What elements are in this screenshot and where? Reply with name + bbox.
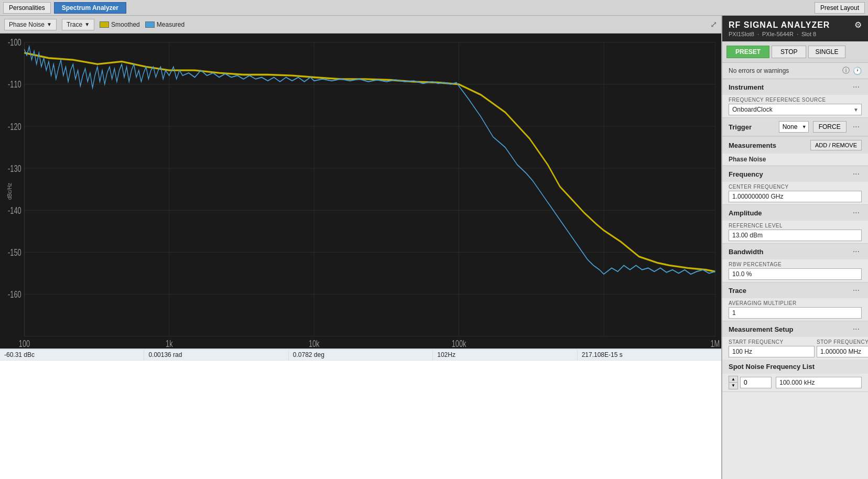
ref-level-input[interactable] (729, 230, 862, 241)
legend-smoothed: Smoothed (100, 21, 140, 28)
result-cell: 217.108E-15 s (578, 350, 721, 360)
svg-text:-120: -120 (8, 121, 21, 132)
phase-noise-arrow-icon: ▼ (47, 21, 52, 27)
clock-icon[interactable]: 🕐 (853, 67, 862, 75)
meas-setup-menu-icon[interactable]: ··· (851, 324, 862, 334)
chart-area: dBc/Hz -100 -110 -120 -130 (0, 34, 721, 349)
resize-icon[interactable]: ⤢ (710, 19, 717, 29)
amplitude-menu-icon[interactable]: ··· (851, 208, 862, 217)
svg-text:1k: 1k (166, 338, 173, 349)
stop-freq-label: STOP FREQUENCY (817, 339, 868, 345)
measurements-header: Measurements ADD / REMOVE (722, 137, 868, 154)
measurements-section: Measurements ADD / REMOVE Phase Noise (722, 137, 868, 166)
trigger-select[interactable]: None PFI0 PFI1 (779, 121, 809, 133)
start-freq-input[interactable] (729, 346, 815, 357)
start-stop-freq-field: START FREQUENCY STOP FREQUENCY (722, 337, 868, 360)
spot-noise-down-button[interactable]: ▼ (729, 383, 737, 389)
instrument-menu-icon[interactable]: ··· (851, 82, 862, 92)
main-layout: Phase Noise ▼ Trace ▼ Smoothed Measured … (0, 16, 868, 479)
trace-arrow-icon: ▼ (84, 21, 90, 27)
stop-freq-group: STOP FREQUENCY (817, 339, 868, 357)
separator-2: · (797, 31, 798, 37)
device-info: PXI1Slot8 · PXIe-5644R · Slot 8 (729, 31, 862, 37)
spot-noise-up-button[interactable]: ▲ (729, 376, 737, 383)
trace-dropdown[interactable]: Trace ▼ (62, 19, 94, 30)
stop-freq-input[interactable] (817, 346, 868, 357)
svg-text:10k: 10k (309, 338, 320, 349)
separator-1: · (757, 31, 759, 37)
amplitude-section: Amplitude ··· REFERENCE LEVEL (722, 205, 868, 244)
svg-text:-160: -160 (8, 289, 21, 300)
rp-status: No errors or warnings ⓘ 🕐 (722, 63, 868, 79)
right-panel: RF SIGNAL ANALYZER ⚙ PXI1Slot8 · PXIe-56… (721, 16, 868, 479)
instrument-title: Instrument (729, 83, 851, 91)
meas-setup-section: Measurement Setup ··· START FREQUENCY ST… (722, 321, 868, 392)
freq-ref-input[interactable] (729, 104, 862, 115)
force-button[interactable]: FORCE (813, 121, 847, 133)
smoothed-color-swatch (100, 21, 109, 28)
trigger-menu-icon[interactable]: ··· (851, 122, 862, 132)
start-freq-label: START FREQUENCY (729, 339, 815, 345)
personalities-button[interactable]: Personalities (3, 2, 51, 14)
frequency-section: Frequency ··· CENTER FREQUENCY (722, 166, 868, 205)
bandwidth-header[interactable]: Bandwidth ··· (722, 244, 868, 259)
spot-noise-spinner-buttons: ▲ ▼ (729, 376, 738, 389)
trigger-select-wrap: None PFI0 PFI1 (779, 121, 809, 133)
svg-text:100k: 100k (452, 338, 466, 349)
spectrum-analyzer-button[interactable]: Spectrum Analyzer (54, 2, 126, 14)
phase-noise-dropdown[interactable]: Phase Noise ▼ (4, 19, 57, 30)
freq-ref-label: FREQUENCY REFERENCE SOURCE (729, 97, 862, 103)
left-panel: Phase Noise ▼ Trace ▼ Smoothed Measured … (0, 16, 721, 479)
spot-noise-spinner-row: ▲ ▼ (729, 376, 862, 389)
rp-title: RF SIGNAL ANALYZER (729, 20, 830, 30)
frequency-header[interactable]: Frequency ··· (722, 166, 868, 182)
table-row: -60.31 dBc 0.00136 rad 0.0782 deg 102Hz … (0, 350, 721, 361)
single-button[interactable]: SINGLE (808, 46, 845, 58)
rbw-field: RBW PERCENTAGE (722, 259, 868, 282)
trigger-section: Trigger None PFI0 PFI1 FORCE ··· (722, 118, 868, 137)
smoothed-label: Smoothed (111, 21, 140, 28)
frequency-title: Frequency (729, 170, 851, 178)
svg-text:100: 100 (19, 338, 30, 349)
trace-label: Trace (67, 21, 82, 28)
svg-text:-110: -110 (8, 79, 21, 90)
phase-noise-label: Phase Noise (9, 21, 45, 28)
meas-setup-header[interactable]: Measurement Setup ··· (722, 321, 868, 337)
amplitude-title: Amplitude (729, 209, 851, 217)
info-icon[interactable]: ⓘ (842, 66, 850, 75)
svg-text:Hz: Hz (353, 347, 361, 349)
preset-button[interactable]: PRESET (726, 46, 769, 58)
spot-noise-num-input[interactable] (740, 377, 772, 388)
result-cell: 0.0782 deg (289, 350, 433, 360)
trace-section-header[interactable]: Trace ··· (722, 282, 868, 298)
device-slot-num: Slot 8 (801, 31, 816, 37)
preset-layout-button[interactable]: Preset Layout (815, 2, 865, 14)
spot-noise-value-input[interactable] (776, 377, 862, 388)
center-freq-label: CENTER FREQUENCY (729, 184, 862, 190)
result-cell: 0.00136 rad (144, 350, 288, 360)
svg-text:-150: -150 (8, 247, 21, 258)
rp-buttons: PRESET STOP SINGLE (722, 41, 868, 63)
spot-noise-header: Spot Noise Frequency List (722, 360, 868, 374)
measured-color-swatch (145, 21, 155, 28)
trace-section: Trace ··· AVERAGING MULTIPLIER (722, 282, 868, 321)
instrument-header[interactable]: Instrument ··· (722, 79, 868, 95)
spot-noise-title: Spot Noise Frequency List (729, 363, 862, 371)
spot-noise-field: ▲ ▼ (722, 374, 868, 391)
instrument-section: Instrument ··· FREQUENCY REFERENCE SOURC… (722, 79, 868, 118)
rbw-input[interactable] (729, 268, 862, 280)
bandwidth-title: Bandwidth (729, 248, 851, 256)
add-remove-button[interactable]: ADD / REMOVE (810, 140, 862, 150)
frequency-menu-icon[interactable]: ··· (851, 169, 862, 179)
device-model: PXIe-5644R (762, 31, 794, 37)
stop-button[interactable]: STOP (772, 46, 806, 58)
gear-icon[interactable]: ⚙ (854, 20, 862, 30)
bandwidth-section: Bandwidth ··· RBW PERCENTAGE (722, 244, 868, 282)
avg-mult-input[interactable] (729, 307, 862, 319)
center-freq-input[interactable] (729, 191, 862, 202)
trace-menu-icon[interactable]: ··· (851, 286, 862, 295)
freq-ref-field: FREQUENCY REFERENCE SOURCE ▼ (722, 95, 868, 117)
amplitude-header[interactable]: Amplitude ··· (722, 205, 868, 221)
bandwidth-menu-icon[interactable]: ··· (851, 247, 862, 256)
result-cell: -60.31 dBc (0, 350, 144, 360)
